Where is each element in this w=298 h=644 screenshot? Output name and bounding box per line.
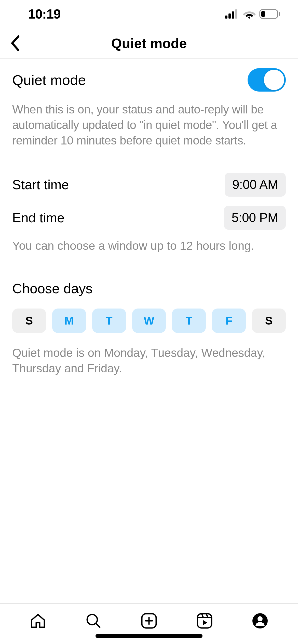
time-section: Start time 9:00 AM End time 5:00 PM You … xyxy=(12,173,286,253)
search-icon xyxy=(85,612,102,630)
status-time: 10:19 xyxy=(28,6,61,22)
cellular-icon xyxy=(225,9,239,19)
time-window-hint: You can choose a window up to 12 hours l… xyxy=(12,239,286,253)
tab-reels[interactable] xyxy=(194,611,215,631)
svg-point-18 xyxy=(258,616,263,621)
svg-rect-0 xyxy=(225,16,227,19)
day-button-2[interactable]: T xyxy=(92,309,126,333)
svg-rect-6 xyxy=(261,11,265,17)
day-button-0[interactable]: S xyxy=(12,309,46,333)
status-icons xyxy=(225,9,280,19)
quiet-mode-label: Quiet mode xyxy=(12,72,86,88)
quiet-mode-row: Quiet mode xyxy=(12,68,286,92)
start-time-button[interactable]: 9:00 AM xyxy=(225,173,286,197)
plus-square-icon xyxy=(141,612,157,629)
reels-icon xyxy=(196,612,213,629)
svg-rect-3 xyxy=(235,9,237,19)
status-bar: 10:19 xyxy=(0,0,298,28)
start-time-label: Start time xyxy=(12,177,69,192)
tab-search[interactable] xyxy=(83,611,104,631)
page-title: Quiet mode xyxy=(0,35,298,51)
home-indicator[interactable] xyxy=(96,634,202,638)
day-button-3[interactable]: W xyxy=(132,309,166,333)
back-button[interactable] xyxy=(8,36,23,51)
quiet-mode-toggle[interactable] xyxy=(248,68,286,92)
start-time-row: Start time 9:00 AM xyxy=(12,173,286,197)
tab-profile[interactable] xyxy=(250,611,270,631)
home-icon xyxy=(29,612,47,630)
svg-line-9 xyxy=(96,623,100,627)
quiet-mode-description: When this is on, your status and auto-re… xyxy=(12,102,286,149)
day-button-1[interactable]: M xyxy=(52,309,86,333)
day-button-4[interactable]: T xyxy=(172,309,206,333)
svg-rect-2 xyxy=(232,11,234,19)
choose-days-title: Choose days xyxy=(12,281,286,296)
svg-rect-1 xyxy=(228,13,231,19)
svg-rect-13 xyxy=(197,614,212,628)
day-button-6[interactable]: S xyxy=(252,309,286,333)
chevron-left-icon xyxy=(11,35,20,51)
nav-bar: Quiet mode xyxy=(0,28,298,58)
tab-create[interactable] xyxy=(139,611,159,631)
end-time-row: End time 5:00 PM xyxy=(12,206,286,230)
days-summary: Quiet mode is on Monday, Tuesday, Wednes… xyxy=(12,345,286,376)
toggle-knob xyxy=(264,70,284,90)
days-grid: SMTWTFS xyxy=(12,309,286,333)
choose-days-section: Choose days SMTWTFS Quiet mode is on Mon… xyxy=(12,281,286,376)
wifi-icon xyxy=(243,9,256,19)
tab-home[interactable] xyxy=(28,611,48,631)
profile-icon xyxy=(252,612,268,629)
svg-rect-7 xyxy=(279,12,280,16)
end-time-button[interactable]: 5:00 PM xyxy=(224,206,286,230)
end-time-label: End time xyxy=(12,210,64,225)
day-button-5[interactable]: F xyxy=(212,309,246,333)
content: Quiet mode When this is on, your status … xyxy=(0,58,298,376)
battery-icon xyxy=(259,9,280,19)
tab-bar xyxy=(0,603,298,644)
svg-point-4 xyxy=(248,17,250,19)
